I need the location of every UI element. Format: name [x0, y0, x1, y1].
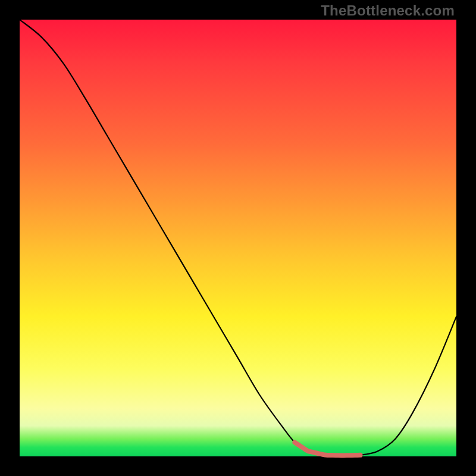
- plot-area: [20, 20, 456, 456]
- bottleneck-curve: [20, 20, 456, 456]
- curve-path: [20, 20, 456, 456]
- curve-highlight: [295, 443, 360, 456]
- watermark-text: TheBottleneck.com: [321, 2, 455, 19]
- chart-frame: TheBottleneck.com: [0, 0, 476, 476]
